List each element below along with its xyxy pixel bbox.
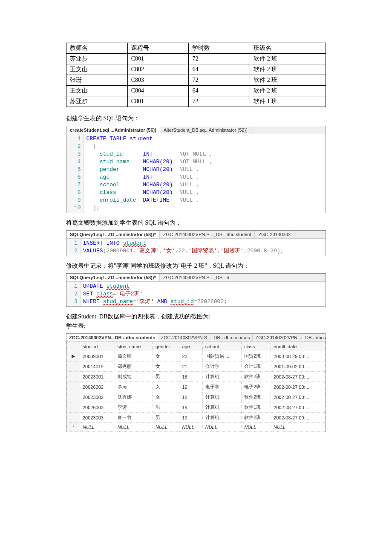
grid-row[interactable]: 20026002李涛女19电子学电子2班2002-08-27 00:...: [67, 382, 326, 392]
grid-cell[interactable]: 2002-08-27 00:...: [271, 402, 326, 413]
grid-column-header[interactable]: class: [242, 342, 271, 351]
grid-cell[interactable]: 国贸2班: [242, 351, 271, 361]
grid-cell[interactable]: 刘成铠: [115, 372, 153, 382]
grid-column-header[interactable]: age: [179, 342, 202, 351]
grid-cell[interactable]: 20014019: [80, 361, 115, 372]
grid-cell[interactable]: NULL: [179, 423, 202, 432]
table-cell: 苏亚步: [66, 96, 128, 107]
grid-cell[interactable]: NULL: [242, 423, 271, 432]
row-selector[interactable]: [67, 392, 80, 402]
grid-cell[interactable]: 20026003: [80, 402, 115, 413]
grid-cell[interactable]: 2002-08-27 00:...: [271, 392, 326, 402]
grid-cell[interactable]: 女: [153, 361, 179, 372]
line-gutter: 12: [66, 239, 81, 256]
editor-tab[interactable]: SQLQuery1.sql - ZG...ministrator (58))*: [66, 274, 160, 281]
grid-cell[interactable]: 电子2班: [242, 382, 271, 392]
grid-cell[interactable]: 计算机: [202, 413, 241, 423]
teacher-course-table: 教师名 课程号 学时数 班级名 苏亚步C80172软件 2 班王文山C80264…: [66, 43, 326, 107]
grid-cell[interactable]: 郑秀丽: [115, 361, 153, 372]
grid-cell[interactable]: 国际贸易 ...: [202, 351, 241, 361]
grid-cell[interactable]: NULL: [115, 423, 153, 432]
grid-cell[interactable]: 22: [179, 351, 202, 361]
grid-tab[interactable]: ZGC-20140302VPN...t_DB - dbo.grades: [253, 334, 326, 341]
grid-cell[interactable]: 20023002: [80, 392, 115, 402]
grid-cell[interactable]: 20009001: [80, 351, 115, 361]
grid-row[interactable]: 20023001刘成铠男18计算机软件2班2002-08-27 00:...: [67, 372, 326, 382]
grid-tab[interactable]: ZGC-20140302VPN...DB - dbo.students: [66, 334, 158, 341]
table-row: 苏亚步C80172软件 1 班: [66, 96, 326, 107]
table-row: 张珊C80372软件 2 班: [66, 75, 326, 86]
grid-row[interactable]: 20014019郑秀丽女21会计学会计1班2001-09-02 00:...: [67, 361, 326, 372]
grid-row[interactable]: 20023003肖一竹男19计算机软件2班2002-08-27 00:...: [67, 413, 326, 423]
code-area[interactable]: CREATE TABLE student ( stud_id INT NOT N…: [84, 134, 326, 213]
grid-cell[interactable]: 2002-08-27 00:...: [271, 372, 326, 382]
grid-cell[interactable]: NULL: [271, 423, 326, 432]
grid-cell[interactable]: 计算机: [202, 392, 241, 402]
grid-cell[interactable]: NULL: [80, 423, 115, 432]
grid-cell[interactable]: 计算机: [202, 402, 241, 413]
grid-cell[interactable]: 女: [153, 351, 179, 361]
grid-tab[interactable]: ZGC-20140302VPN.S..._DB - dbo.courses: [158, 334, 253, 341]
grid-column-header[interactable]: gender: [153, 342, 179, 351]
grid-cell[interactable]: 2002-08-27 00:...: [271, 413, 326, 423]
grid-cell[interactable]: 葛文卿: [115, 351, 153, 361]
grid-cell[interactable]: 软件2班: [242, 372, 271, 382]
code-area[interactable]: UPDATE student SET class='电子2班' WHERE st…: [81, 282, 326, 306]
table-cell: 72: [189, 96, 250, 107]
grid-column-header[interactable]: enroll_date: [271, 342, 326, 351]
row-selector[interactable]: ▶: [67, 351, 80, 361]
editor-tab[interactable]: ZGC-20140302: [255, 231, 294, 238]
row-selector[interactable]: [67, 382, 80, 392]
editor-tab[interactable]: ZGC-20140302VPN.S..._DB - dbo.student: [160, 231, 255, 238]
grid-cell[interactable]: NULL: [202, 423, 241, 432]
grid-cell[interactable]: 20023001: [80, 372, 115, 382]
grid-cell[interactable]: 肖一竹: [115, 413, 153, 423]
grid-cell[interactable]: 男: [153, 413, 179, 423]
grid-cell[interactable]: 李涛: [115, 382, 153, 392]
grid-cell[interactable]: 电子学: [202, 382, 241, 392]
caption-insert-student: 将葛文卿数据添加到学生表的 SQL 语句为：: [66, 219, 326, 227]
row-selector[interactable]: [67, 361, 80, 372]
grid-cell[interactable]: 20023003: [80, 413, 115, 423]
grid-cell[interactable]: 18: [179, 392, 202, 402]
grid-cell[interactable]: 21: [179, 361, 202, 372]
grid-cell[interactable]: NULL: [153, 423, 179, 432]
row-selector[interactable]: [67, 372, 80, 382]
grid-cell[interactable]: 会计学: [202, 361, 241, 372]
grid-cell[interactable]: 2001-09-02 00:...: [271, 361, 326, 372]
editor-tab[interactable]: SQLQuery1.sql - ZG...ministrator (58))*: [66, 231, 160, 238]
grid-cell[interactable]: 女: [153, 392, 179, 402]
grid-column-header[interactable]: stud_id: [80, 342, 115, 351]
grid-column-header[interactable]: stud_name: [115, 342, 153, 351]
editor-tab[interactable]: AlterStudent_DB.sq...Administrator (52)): [160, 126, 251, 134]
grid-cell[interactable]: 19: [179, 413, 202, 423]
grid-cell[interactable]: 软件1班: [242, 402, 271, 413]
grid-cell[interactable]: 计算机: [202, 372, 241, 382]
grid-cell[interactable]: 2000-08-29 00:...: [271, 351, 326, 361]
table-cell: 72: [189, 75, 250, 86]
grid-cell[interactable]: 会计1班: [242, 361, 271, 372]
editor-tab[interactable]: createStudent.sql ...Administrator (56)): [66, 126, 160, 134]
grid-cell[interactable]: 20026002: [80, 382, 115, 392]
grid-cell[interactable]: 女: [153, 382, 179, 392]
grid-cell[interactable]: 19: [179, 402, 202, 413]
grid-cell[interactable]: 男: [153, 402, 179, 413]
grid-row[interactable]: *NULLNULLNULLNULLNULLNULLNULL: [67, 423, 326, 432]
grid-cell[interactable]: 男: [153, 372, 179, 382]
grid-row[interactable]: ▶20009001葛文卿女22国际贸易 ...国贸2班2000-08-29 00…: [67, 351, 326, 361]
row-selector[interactable]: [67, 413, 80, 423]
grid-cell[interactable]: 李涛: [115, 402, 153, 413]
grid-row[interactable]: 20026003李涛男19计算机软件1班2002-08-27 00:...: [67, 402, 326, 413]
grid-cell[interactable]: 软件2班: [242, 392, 271, 402]
grid-column-header[interactable]: school: [202, 342, 241, 351]
code-area[interactable]: INSERT INTO student VALUES(20009001,'葛文卿…: [81, 239, 326, 256]
grid-row[interactable]: 20023002沈香娜女18计算机软件2班2002-08-27 00:...: [67, 392, 326, 402]
grid-cell[interactable]: 软件2班: [242, 413, 271, 423]
grid-cell[interactable]: 沈香娜: [115, 392, 153, 402]
grid-cell[interactable]: 2002-08-27 00:...: [271, 382, 326, 392]
editor-tab[interactable]: ZGC-20140302VPN.S..._DB - d: [160, 274, 233, 281]
grid-cell[interactable]: 18: [179, 372, 202, 382]
row-selector[interactable]: *: [67, 423, 80, 432]
grid-cell[interactable]: 19: [179, 382, 202, 392]
row-selector[interactable]: [67, 402, 80, 413]
